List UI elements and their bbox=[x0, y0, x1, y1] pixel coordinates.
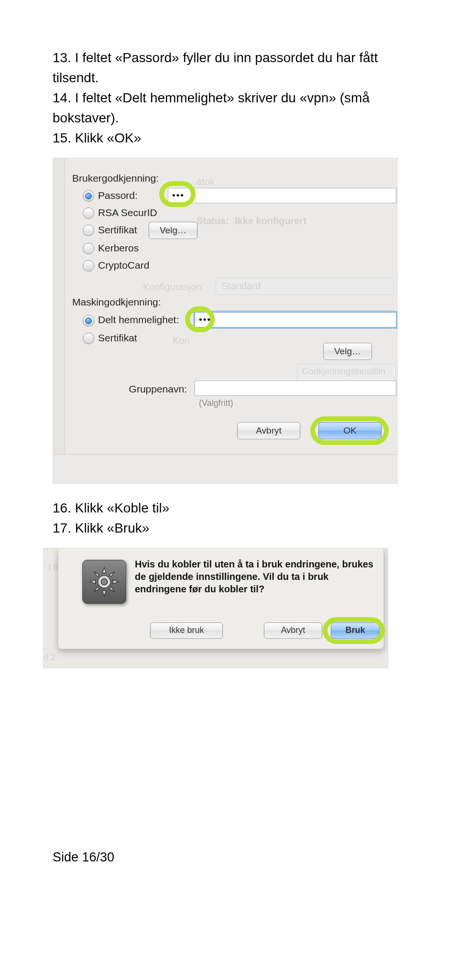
btn-ikke-bruk[interactable]: Ikke bruk bbox=[150, 622, 223, 639]
highlight-ok-icon bbox=[310, 416, 389, 445]
gruppenavn-label: Gruppenavn: bbox=[110, 383, 187, 395]
radio-sertifikat-machine-label: Sertifikat bbox=[98, 332, 137, 344]
radio-sertifikat-user[interactable] bbox=[83, 225, 94, 236]
radio-kerberos[interactable] bbox=[83, 243, 94, 254]
ghost-godkjenning-block: Godkjenningsinnstillin bbox=[297, 364, 396, 381]
btn-velg-machine-cert[interactable]: Velg… bbox=[323, 343, 372, 360]
ghost-konfig-label: Konfigurasjon: bbox=[143, 282, 204, 293]
ghost-d2: d 2 bbox=[44, 653, 55, 663]
input-gruppenavn[interactable] bbox=[195, 381, 396, 396]
ghost-status-value: Ikke konfigurert bbox=[235, 216, 306, 227]
radio-delt-hemmelighet[interactable] bbox=[83, 315, 94, 327]
instruction-15: 15. Klikk «OK» bbox=[53, 128, 411, 148]
highlight-bruk-icon bbox=[323, 617, 385, 644]
instruction-13: 13. I feltet «Passord» fyller du inn pas… bbox=[53, 48, 411, 88]
input-passord[interactable]: ••• bbox=[168, 188, 396, 203]
radio-rsa[interactable] bbox=[83, 207, 94, 219]
instructions-top: 13. I feltet «Passord» fyller du inn pas… bbox=[53, 48, 411, 148]
page-footer: Side 16/30 bbox=[53, 850, 411, 865]
ghost-kon: Kon bbox=[173, 335, 190, 346]
radio-cryptocard-label: CryptoCard bbox=[98, 260, 149, 271]
screenshot-confirm-dialog: l So Status: Ikke tilkoblet d 2 Hvis du … bbox=[43, 548, 388, 668]
screenshot-bottom-edge bbox=[53, 454, 397, 483]
btn-avbryt[interactable]: Avbryt bbox=[237, 422, 300, 439]
instruction-17: 17. Klikk «Bruk» bbox=[53, 518, 411, 538]
radio-kerberos-label: Kerberos bbox=[98, 242, 139, 254]
input-delt-hemmelighet[interactable]: ••• bbox=[195, 312, 396, 327]
section-machine-label: Maskingodkjenning: bbox=[72, 296, 161, 308]
ghost-atok: atok bbox=[197, 176, 215, 187]
radio-passord-label: Passord: bbox=[98, 190, 138, 201]
highlight-delt-icon bbox=[185, 306, 215, 332]
radio-sertifikat-machine[interactable] bbox=[83, 333, 94, 344]
svg-point-1 bbox=[101, 578, 107, 585]
gruppenavn-hint: (Valgfritt) bbox=[199, 398, 233, 408]
screenshot-left-edge bbox=[53, 158, 65, 483]
ghost-godkjenning: Godkjenningsinnstillin bbox=[302, 367, 385, 377]
highlight-passord-icon bbox=[159, 181, 196, 207]
ghost-konfig-block: Standard bbox=[216, 278, 393, 295]
btn-avbryt-2[interactable]: Avbryt bbox=[264, 622, 322, 639]
prefs-gear-icon bbox=[82, 560, 126, 604]
instruction-16: 16. Klikk «Koble til» bbox=[53, 498, 411, 518]
ghost-status-label: Status: bbox=[197, 216, 229, 227]
radio-sertifikat-user-label: Sertifikat bbox=[98, 224, 137, 236]
btn-velg-user-cert[interactable]: Velg… bbox=[149, 222, 197, 239]
radio-passord[interactable] bbox=[83, 190, 94, 202]
instruction-14: 14. I feltet «Delt hemmelighet» skriver … bbox=[53, 88, 411, 128]
screenshot-auth-dialog: atok Status: Ikke konfigurert Konfiguras… bbox=[53, 158, 398, 484]
radio-delt-hemmelighet-label: Delt hemmelighet: bbox=[98, 314, 179, 326]
instructions-mid: 16. Klikk «Koble til» 17. Klikk «Bruk» bbox=[53, 498, 411, 538]
ghost-konfig-value: Standard bbox=[222, 281, 261, 292]
confirm-message: Hvis du kobler til uten å ta i bruk endr… bbox=[135, 558, 374, 595]
section-user-label: Brukergodkjenning: bbox=[72, 173, 159, 184]
radio-cryptocard[interactable] bbox=[83, 260, 94, 272]
radio-rsa-label: RSA SecurID bbox=[98, 207, 157, 218]
confirm-sheet: Hvis du kobler til uten å ta i bruk endr… bbox=[58, 548, 384, 649]
